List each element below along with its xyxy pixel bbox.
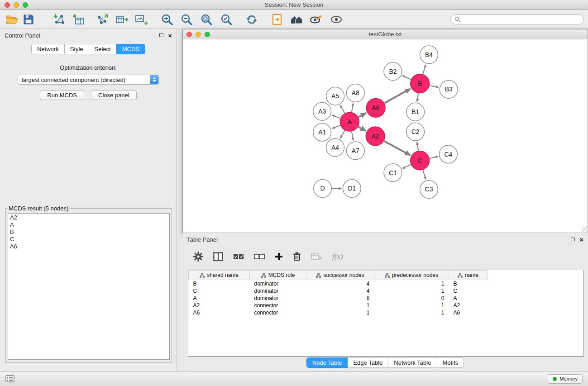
table-cell[interactable]: 1 [374, 287, 449, 295]
table-cell[interactable]: C [189, 287, 250, 295]
table-row[interactable]: Adominator80A [189, 295, 584, 302]
graph-edge[interactable] [402, 76, 411, 80]
criterion-dropdown[interactable]: largest connected component (directed) [18, 75, 159, 85]
table-cell[interactable]: 8 [306, 295, 374, 302]
graph-node[interactable]: A6 [366, 98, 385, 117]
tab-motifs[interactable]: Motifs [436, 357, 464, 368]
export-image-icon[interactable] [135, 14, 148, 25]
delete-column-icon[interactable] [293, 252, 301, 261]
search-input[interactable] [463, 16, 580, 23]
graph-node[interactable]: A2 [366, 127, 385, 146]
graph-node[interactable]: B3 [440, 81, 458, 99]
mcds-result-item[interactable]: B [10, 229, 167, 236]
float-table-panel-icon[interactable] [571, 238, 575, 241]
tab-edge-table[interactable]: Edge Table [347, 357, 388, 368]
tab-style[interactable]: Style [64, 44, 89, 54]
table-cell[interactable]: connector [250, 302, 306, 309]
column-header[interactable]: predecessor nodes [374, 271, 449, 280]
table-row[interactable]: Bdominator41B [189, 280, 584, 287]
graph-node[interactable]: B4 [420, 46, 438, 64]
network-view-window[interactable]: testGlobe.txt B4B2BB3A5A8A6A3B1AC2A1A2A4… [182, 29, 588, 233]
graph-edge[interactable] [359, 113, 366, 117]
window-titlebar[interactable]: Session: New Session [0, 0, 588, 10]
run-mcds-button[interactable]: Run MCDS [40, 91, 84, 100]
table-row[interactable]: A6connector11A6 [189, 309, 584, 316]
close-panel-button[interactable]: Close panel [91, 91, 137, 100]
node-table[interactable]: shared nameMCDS rolesuccessor nodesprede… [188, 270, 584, 357]
search-box[interactable] [450, 14, 584, 24]
network-minimize-button[interactable] [196, 32, 201, 37]
network-canvas[interactable]: B4B2BB3A5A8A6A3B1AC2A1A2A4A7C4CC1C3DD1 [183, 39, 588, 232]
graph-node[interactable]: A4 [326, 138, 344, 157]
export-network-icon[interactable] [96, 14, 109, 25]
close-table-panel-icon[interactable]: × [579, 236, 583, 243]
delete-table-icon[interactable] [311, 253, 322, 260]
mcds-result-item[interactable]: A [10, 221, 167, 229]
table-row[interactable]: Cdominator41C [189, 287, 584, 295]
column-header[interactable]: MCDS role [250, 271, 306, 280]
table-cell[interactable]: dominator [250, 295, 306, 302]
graph-node[interactable]: B [411, 74, 430, 93]
graph-node[interactable]: A1 [313, 123, 331, 141]
graph-edge[interactable] [423, 65, 425, 74]
zoom-in-icon[interactable] [160, 13, 174, 26]
graph-node[interactable]: A7 [346, 142, 364, 160]
resize-grip[interactable] [582, 226, 587, 232]
table-cell[interactable]: 4 [306, 280, 374, 287]
network-window-titlebar[interactable]: testGlobe.txt [183, 29, 588, 39]
graph-node[interactable]: A3 [313, 102, 331, 120]
table-cell[interactable]: 1 [374, 280, 449, 287]
table-cell[interactable]: 4 [306, 287, 374, 295]
column-header[interactable]: name [449, 271, 488, 280]
table-cell[interactable]: A2 [189, 302, 250, 309]
graph-edge[interactable] [430, 157, 438, 158]
mcds-result-item[interactable]: A2 [10, 214, 167, 221]
graph-node[interactable]: C1 [384, 164, 402, 182]
graph-edge[interactable] [352, 103, 354, 112]
float-panel-icon[interactable] [159, 33, 163, 37]
graph-edge[interactable] [340, 130, 345, 138]
graph-edge[interactable] [332, 115, 340, 118]
table-cell[interactable]: dominator [250, 287, 306, 295]
table-cell[interactable]: C [449, 287, 488, 295]
save-session-icon[interactable] [23, 14, 34, 25]
zoom-out-icon[interactable] [180, 13, 193, 26]
open-document-icon[interactable] [272, 14, 282, 25]
network-graph[interactable]: B4B2BB3A5A8A6A3B1AC2A1A2A4A7C4CC1C3DD1 [183, 39, 588, 232]
table-cell[interactable]: A [449, 295, 488, 302]
table-cell[interactable]: A2 [449, 302, 488, 309]
graph-edge[interactable] [352, 132, 354, 141]
tab-mcds[interactable]: MCDS [116, 44, 145, 54]
import-network-icon[interactable] [53, 14, 65, 25]
settings-gear-icon[interactable] [193, 252, 203, 262]
eye-icon[interactable] [330, 14, 343, 25]
add-column-icon[interactable] [275, 253, 283, 261]
network-zoom-button[interactable] [205, 32, 210, 37]
column-header[interactable]: shared name [189, 271, 250, 280]
table-cell[interactable]: 0 [374, 295, 449, 302]
graph-node[interactable]: D [314, 180, 332, 198]
network-close-button[interactable] [186, 32, 192, 37]
mcds-result-item[interactable]: A6 [10, 243, 167, 250]
graph-node[interactable]: C4 [439, 145, 457, 163]
graph-edge[interactable] [384, 89, 410, 103]
open-network-icon[interactable] [5, 14, 19, 25]
memory-button[interactable]: Memory [548, 374, 583, 384]
table-cell[interactable]: dominator [250, 280, 306, 287]
graph-node[interactable]: C2 [406, 123, 425, 141]
graph-edge[interactable] [430, 86, 439, 87]
zoom-window-button[interactable] [23, 2, 28, 8]
mcds-result-item[interactable]: C [10, 236, 167, 243]
table-cell[interactable]: 1 [306, 309, 374, 316]
function-builder-button[interactable]: f(x) [332, 252, 343, 261]
column-layout-icon[interactable] [213, 252, 223, 261]
table-cell[interactable]: A6 [449, 309, 488, 316]
select-all-icon[interactable] [233, 253, 244, 260]
graph-edge[interactable] [417, 93, 418, 102]
table-row[interactable]: A2connector11A2 [189, 302, 584, 309]
home-icon[interactable] [290, 14, 303, 25]
graph-edge[interactable] [384, 141, 410, 155]
graph-edge[interactable] [417, 142, 418, 151]
table-cell[interactable]: 1 [374, 309, 449, 316]
table-cell[interactable]: connector [250, 309, 306, 316]
